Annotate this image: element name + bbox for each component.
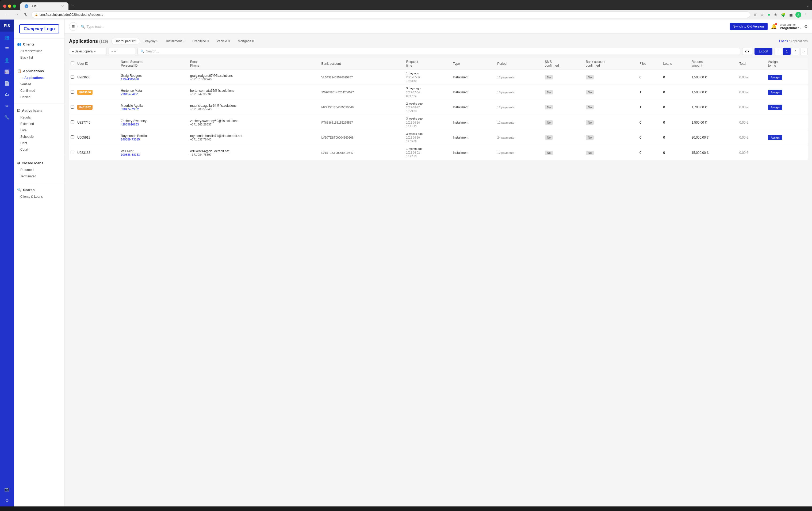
nav-confirmed[interactable]: Confirmed — [14, 87, 64, 94]
traffic-light-yellow[interactable] — [8, 4, 11, 8]
clients-label: Clients — [23, 42, 34, 46]
pagination-page-4[interactable]: 4 — [792, 48, 799, 55]
checkbox-5[interactable] — [70, 151, 74, 154]
switch-version-button[interactable]: Switch to Old Version — [730, 23, 767, 30]
table-search-input[interactable]: 🔍 Search... — [138, 48, 740, 55]
rail-icon-camera[interactable]: 📷 — [0, 483, 14, 495]
dash-chevron: ▾ — [114, 50, 116, 53]
nav-verified[interactable]: Verified — [14, 81, 64, 87]
nav-regular[interactable]: Regular — [14, 114, 64, 121]
bank-confirmed-cell-3: No — [584, 115, 638, 130]
traffic-light-red[interactable] — [3, 4, 6, 8]
filter-tab-1[interactable]: Payday 5 — [141, 38, 162, 45]
period-cell-3: 12 payments — [496, 115, 543, 130]
sms-cell-0: No — [543, 70, 584, 85]
time-ago-3: 3 weeks ago — [406, 117, 450, 121]
hamburger-button[interactable]: ☰ — [69, 22, 78, 31]
rail-icon-chart[interactable]: 📈 — [0, 66, 14, 78]
col-checkbox — [69, 58, 76, 70]
maximize-button[interactable]: ⌄ — [806, 4, 809, 8]
dash-dropdown[interactable]: - ▾ — [109, 48, 135, 55]
back-button[interactable]: ← — [3, 12, 11, 18]
user-avatar[interactable]: A — [795, 12, 801, 18]
assign-button-0[interactable]: Assign — [768, 75, 782, 80]
assign-button-4[interactable]: Assign — [768, 135, 782, 140]
bank-account-cell-1: SW64563143264286527 — [320, 85, 405, 100]
checkbox-0[interactable] — [70, 75, 74, 79]
pagination-next[interactable]: › — [800, 48, 808, 55]
share-icon[interactable]: ⬆ — [752, 12, 758, 18]
rail-icon-wrench[interactable]: 🔧 — [0, 112, 14, 123]
breadcrumb: Loans / Applications — [779, 39, 808, 43]
select-operation-dropdown[interactable]: – Select opera ▾ — [69, 48, 107, 55]
url-bar[interactable]: 🔒 crm.fis.solutions/adm2020net/loans/req… — [31, 11, 750, 18]
new-tab-button[interactable]: + — [69, 2, 77, 10]
nav-schedule[interactable]: Schedule — [14, 134, 64, 140]
rail-icon-settings[interactable]: ⚙ — [0, 495, 14, 507]
user-dropdown-chevron[interactable]: ▾ — [800, 27, 801, 30]
reading-mode-icon[interactable]: ▣ — [788, 12, 794, 18]
traffic-light-green[interactable] — [13, 4, 16, 8]
pagination-page-1[interactable]: 1 — [783, 48, 791, 55]
time-4: 12:05:06 — [406, 140, 450, 143]
refresh-button[interactable]: ↻ — [23, 12, 29, 18]
period-cell-2: 12 payments — [496, 100, 543, 115]
settings-button[interactable]: ⚙ — [804, 24, 808, 29]
bank-account-cell-5: LV15TEST00008319347 — [320, 145, 405, 160]
col-user-id: User ID — [76, 58, 119, 70]
nav-returned[interactable]: Returned — [14, 167, 64, 173]
filter-tab-4[interactable]: Vehicle 0 — [213, 38, 233, 45]
time-ago-5: 1 month ago — [406, 147, 450, 151]
browser-menu-icon[interactable]: ⋮ — [803, 12, 809, 18]
select-all-checkbox[interactable] — [70, 61, 74, 65]
rail-icon-person[interactable]: 👤 — [0, 55, 14, 66]
applications-section: 📋 Applications Applications Verified Con… — [14, 65, 64, 103]
email-0: graig.rodgers67@fis.solutions — [190, 74, 318, 78]
rail-icon-file[interactable]: 🗂 — [0, 89, 14, 100]
rail-icon-doc[interactable]: 📄 — [0, 78, 14, 89]
export-button[interactable]: Export — [754, 48, 773, 55]
checkbox-4[interactable] — [70, 135, 74, 139]
nav-clients-loans[interactable]: Clients & Loans — [14, 193, 64, 200]
pagination-prev[interactable]: ‹ — [775, 48, 782, 55]
nav-court[interactable]: Court — [14, 146, 64, 153]
nav-denied[interactable]: Denied — [14, 94, 64, 100]
filter-tab-0[interactable]: Ungrouped 121 — [111, 38, 140, 45]
checkbox-2[interactable] — [70, 105, 74, 109]
nav-all-registrations[interactable]: All registrations — [14, 48, 64, 54]
filter-tab-3[interactable]: Creditline 0 — [189, 38, 212, 45]
sort-dropdown[interactable]: c ▾ — [742, 48, 752, 55]
tab-close-button[interactable]: ✕ — [61, 4, 64, 8]
nav-terminated[interactable]: Terminated — [14, 173, 64, 179]
checkbox-3[interactable] — [70, 120, 74, 124]
request-amount-cell-2: 1,700.00 € — [690, 100, 738, 115]
nav-applications[interactable]: Applications — [14, 75, 64, 81]
checkbox-1[interactable] — [70, 90, 74, 94]
time-ago-0: 1 day ago — [406, 72, 450, 76]
rail-icon-edit[interactable]: ✏ — [0, 100, 14, 112]
user-id-badge-1[interactable]: U649056 — [77, 90, 92, 95]
filter-tab-5[interactable]: Mortgage 0 — [234, 38, 258, 45]
col-type: Type — [451, 58, 496, 70]
extension-icon-2[interactable]: ✳ — [773, 12, 778, 18]
assign-button-2[interactable]: Assign — [768, 105, 782, 110]
browser-tab-active[interactable]: ● | FIS ✕ — [20, 2, 68, 10]
user-id-badge-2[interactable]: U461832 — [77, 105, 92, 110]
extension-icon-1[interactable]: ● — [766, 12, 771, 18]
rail-icon-users[interactable]: 👥 — [0, 32, 14, 43]
breadcrumb-loans[interactable]: Loans — [779, 39, 788, 43]
nav-late[interactable]: Late — [14, 127, 64, 134]
nav-extended[interactable]: Extended — [14, 121, 64, 127]
assign-button-1[interactable]: Assign — [768, 90, 782, 95]
bookmark-icon[interactable]: ☆ — [759, 12, 765, 18]
filter-tab-2[interactable]: Installment 3 — [163, 38, 188, 45]
extension-icon-3[interactable]: 🧩 — [780, 12, 787, 18]
rail-icon-list[interactable]: ☰ — [0, 43, 14, 55]
forward-button[interactable]: → — [13, 12, 20, 18]
notification-button[interactable]: 🔔 — [771, 24, 777, 29]
nav-black-list[interactable]: Black list — [14, 54, 64, 61]
applications-icon: 📋 — [17, 69, 21, 73]
nav-debt[interactable]: Debt — [14, 140, 64, 146]
loans-cell-5: 0 — [662, 145, 690, 160]
type-cell-5: Installment — [451, 145, 496, 160]
